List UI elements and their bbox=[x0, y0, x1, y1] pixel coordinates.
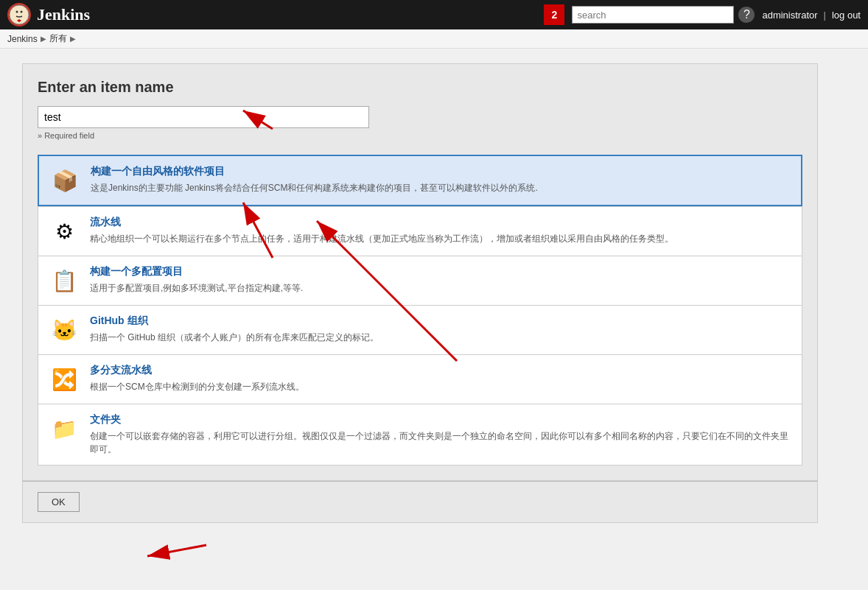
notification-badge[interactable]: 2 bbox=[544, 4, 564, 25]
username-label: administrator bbox=[762, 10, 817, 21]
item-icon-multi-config: 📋 bbox=[49, 265, 80, 296]
logo-area: Jenkins bbox=[7, 3, 90, 27]
svg-point-1 bbox=[14, 7, 24, 18]
item-title-freestyle: 构建一个自由风格的软件项目 bbox=[91, 165, 791, 178]
item-info-github-org: GitHub 组织 扫描一个 GitHub 组织（或者个人账户）的所有仓库来匹配… bbox=[90, 315, 791, 344]
item-desc-pipeline: 精心地组织一个可以长期运行在多个节点上的任务，适用于构建流水线（更加正式地应当称… bbox=[90, 232, 791, 245]
item-desc-multi-config: 适用于多配置项目,例如多环境测试,平台指定构建,等等. bbox=[90, 281, 791, 295]
breadcrumb: Jenkins ▶ 所有 ▶ bbox=[0, 29, 868, 49]
logout-link[interactable]: log out bbox=[832, 10, 861, 21]
item-option-pipeline[interactable]: ⚙ 流水线 精心地组织一个可以长期运行在多个节点上的任务，适用于构建流水线（更加… bbox=[38, 206, 802, 256]
jenkins-logo-text: Jenkins bbox=[37, 5, 90, 24]
item-option-multi-config[interactable]: 📋 构建一个多配置项目 适用于多配置项目,例如多环境测试,平台指定构建,等等. bbox=[38, 256, 802, 305]
ok-button[interactable]: OK bbox=[38, 492, 80, 512]
item-desc-freestyle: 这是Jenkins的主要功能 Jenkins将会结合任何SCM和任何构建系统来构… bbox=[91, 181, 791, 194]
help-icon[interactable]: ? bbox=[738, 7, 755, 23]
required-field-msg: » Required field bbox=[38, 131, 802, 140]
item-option-multibranch[interactable]: 🔀 多分支流水线 根据一个SCM仓库中检测到的分支创建一系列流水线。 bbox=[38, 354, 802, 404]
item-info-multibranch: 多分支流水线 根据一个SCM仓库中检测到的分支创建一系列流水线。 bbox=[90, 364, 791, 393]
item-title-multi-config: 构建一个多配置项目 bbox=[90, 265, 791, 278]
header: Jenkins 2 ? administrator | log out bbox=[0, 0, 868, 29]
breadcrumb-arrow-2: ▶ bbox=[70, 35, 76, 43]
item-icon-multibranch: 🔀 bbox=[49, 364, 80, 395]
ok-area: OK bbox=[22, 481, 818, 523]
item-icon-freestyle: 📦 bbox=[49, 165, 80, 196]
main-content: Enter an item name » Required field 📦 构建… bbox=[0, 49, 868, 538]
form-panel: Enter an item name » Required field 📦 构建… bbox=[22, 63, 818, 481]
item-option-freestyle[interactable]: 📦 构建一个自由风格的软件项目 这是Jenkins的主要功能 Jenkins将会… bbox=[38, 155, 802, 206]
search-area: ? bbox=[572, 6, 755, 24]
item-info-folder: 文件夹 创建一个可以嵌套存储的容器，利用它可以进行分组。视图仅仅是一个过滤器，而… bbox=[90, 413, 791, 456]
item-info-freestyle: 构建一个自由风格的软件项目 这是Jenkins的主要功能 Jenkins将会结合… bbox=[91, 165, 791, 194]
item-option-folder[interactable]: 📁 文件夹 创建一个可以嵌套存储的容器，利用它可以进行分组。视图仅仅是一个过滤器… bbox=[38, 404, 802, 466]
item-title-multibranch: 多分支流水线 bbox=[90, 364, 791, 377]
item-desc-github-org: 扫描一个 GitHub 组织（或者个人账户）的所有仓库来匹配已定义的标记。 bbox=[90, 331, 791, 344]
breadcrumb-all[interactable]: 所有 bbox=[49, 32, 67, 45]
item-info-multi-config: 构建一个多配置项目 适用于多配置项目,例如多环境测试,平台指定构建,等等. bbox=[90, 265, 791, 295]
item-icon-pipeline: ⚙ bbox=[49, 216, 80, 247]
user-area: administrator | log out bbox=[762, 10, 861, 21]
item-title-github-org: GitHub 组织 bbox=[90, 315, 791, 328]
item-icon-github-org: 🐱 bbox=[49, 315, 80, 345]
item-desc-folder: 创建一个可以嵌套存储的容器，利用它可以进行分组。视图仅仅是一个过滤器，而文件夹则… bbox=[90, 429, 791, 456]
breadcrumb-arrow-1: ▶ bbox=[41, 35, 46, 43]
svg-point-2 bbox=[16, 11, 18, 13]
breadcrumb-home[interactable]: Jenkins bbox=[7, 34, 38, 44]
item-option-github-org[interactable]: 🐱 GitHub 组织 扫描一个 GitHub 组织（或者个人账户）的所有仓库来… bbox=[38, 305, 802, 354]
svg-point-3 bbox=[21, 11, 23, 13]
item-desc-multibranch: 根据一个SCM仓库中检测到的分支创建一系列流水线。 bbox=[90, 380, 791, 393]
item-name-input[interactable] bbox=[38, 106, 369, 128]
item-title-pipeline: 流水线 bbox=[90, 216, 791, 229]
items-list: 📦 构建一个自由风格的软件项目 这是Jenkins的主要功能 Jenkins将会… bbox=[38, 155, 802, 466]
item-title-folder: 文件夹 bbox=[90, 413, 791, 426]
form-title: Enter an item name bbox=[38, 79, 802, 96]
separator: | bbox=[824, 10, 826, 21]
jenkins-icon bbox=[7, 3, 31, 27]
item-icon-folder: 📁 bbox=[49, 413, 80, 444]
search-input[interactable] bbox=[572, 6, 734, 24]
item-info-pipeline: 流水线 精心地组织一个可以长期运行在多个节点上的任务，适用于构建流水线（更加正式… bbox=[90, 216, 791, 245]
